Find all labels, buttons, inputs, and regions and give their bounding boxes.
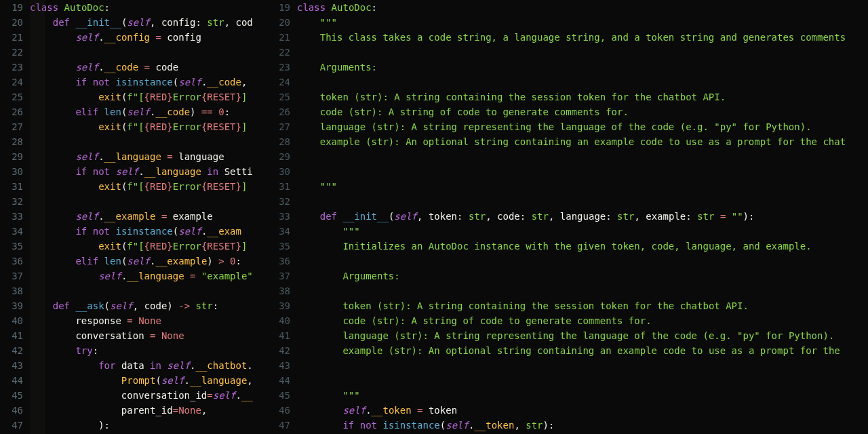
code-token: elif <box>75 256 98 267</box>
code-line-left[interactable]: conversation = None <box>30 328 271 343</box>
code-line-right[interactable]: class AutoDoc: <box>297 0 868 15</box>
code-token <box>30 62 75 73</box>
code-line-right[interactable]: """ <box>297 388 868 403</box>
code-line-right[interactable]: self.__token = token <box>297 403 868 418</box>
code-line-right[interactable]: Arguments: <box>297 60 868 75</box>
code-line-left[interactable]: def __ask(self, code) -> str: <box>30 298 271 313</box>
code-line-right[interactable]: Arguments: <box>297 269 868 283</box>
code-line-left[interactable]: self.__example = example <box>30 209 271 224</box>
code-line-left[interactable]: elif len(self.__example) > 0: <box>30 254 271 269</box>
code-line-left[interactable]: conversation_id=self.__ <box>30 388 271 403</box>
code-line-right[interactable]: token (str): A string containing the ses… <box>297 90 868 104</box>
code-line-right[interactable]: if not isinstance(self.__token, str): <box>297 418 868 433</box>
code-token: {RED} <box>144 241 173 252</box>
code-token <box>98 106 104 117</box>
code-token: , <box>514 420 526 431</box>
code-token: Prompt <box>121 375 156 386</box>
code-line-right[interactable]: language (str): A string representing th… <box>297 328 868 343</box>
code-token <box>297 92 320 102</box>
right-code-area[interactable]: class AutoDoc: """ This class takes a co… <box>294 0 868 434</box>
code-line-left[interactable] <box>30 134 271 149</box>
code-token: . <box>184 375 190 386</box>
line-number: 44 <box>0 373 23 388</box>
code-line-right[interactable] <box>297 194 868 209</box>
code-line-right[interactable]: code (str): A string of code to generate… <box>297 104 868 119</box>
code-line-left[interactable]: Prompt(self.__language, <box>30 373 271 388</box>
code-line-left[interactable]: self.__config = config <box>30 30 271 45</box>
code-line-right[interactable] <box>297 283 868 298</box>
code-token: __code <box>104 62 139 73</box>
code-line-left[interactable]: exit(f"[{RED}Error{RESET}] <box>30 90 271 104</box>
left-editor-pane[interactable]: 1920212223242526272829303132333435363738… <box>0 0 271 434</box>
line-number: 21 <box>0 30 23 45</box>
line-number: 36 <box>271 254 290 269</box>
code-line-left[interactable]: parent_id=None, <box>30 403 271 418</box>
code-token: ): <box>743 211 755 222</box>
code-line-right[interactable]: """ <box>297 15 868 30</box>
code-token: str <box>207 17 224 28</box>
code-line-right[interactable]: """ <box>297 224 868 239</box>
code-line-left[interactable] <box>30 283 271 298</box>
line-number: 23 <box>271 60 290 75</box>
code-line-right[interactable] <box>297 164 868 179</box>
line-number: 33 <box>0 209 23 224</box>
code-line-left[interactable]: if not isinstance(self.__exam <box>30 224 271 239</box>
code-token <box>297 181 320 192</box>
code-line-left[interactable]: if not isinstance(self.__code, <box>30 75 271 90</box>
code-line-left[interactable]: exit(f"[{RED}Error{RESET}] <box>30 119 271 134</box>
code-line-right[interactable]: language (str): A string representing th… <box>297 119 868 134</box>
code-token: self <box>178 226 201 237</box>
code-token: -> <box>178 300 190 311</box>
code-line-right[interactable] <box>297 45 868 60</box>
code-token: in <box>150 360 161 371</box>
code-line-right[interactable] <box>297 149 868 164</box>
code-line-left[interactable]: response = None <box>30 313 271 328</box>
code-token <box>87 166 92 177</box>
line-number: 35 <box>271 239 290 254</box>
code-token: ) <box>98 420 104 431</box>
code-token <box>412 405 417 416</box>
code-token: . <box>235 390 241 401</box>
line-number: 19 <box>0 0 23 15</box>
code-line-right[interactable]: def __init__(self, token: str, code: str… <box>297 209 868 224</box>
code-token: str <box>469 211 486 222</box>
code-line-right[interactable]: token (str): A string containing the ses… <box>297 298 868 313</box>
left-code-area[interactable]: class AutoDoc: def __init__(self, config… <box>27 0 271 434</box>
code-line-right[interactable] <box>297 373 868 388</box>
code-line-left[interactable]: self.__language = language <box>30 149 271 164</box>
code-line-right[interactable]: code (str): A string of code to generate… <box>297 313 868 328</box>
code-token: : <box>372 2 377 13</box>
code-line-right[interactable] <box>297 254 868 269</box>
code-line-right[interactable]: """ <box>297 179 868 194</box>
code-line-left[interactable]: for data in self.__chatbot. <box>30 358 271 373</box>
code-line-right[interactable]: Initializes an AutoDoc instance with the… <box>297 239 868 254</box>
line-number: 40 <box>0 313 23 328</box>
code-token: conversation <box>75 330 144 341</box>
code-line-left[interactable]: if not self.__language in Setti <box>30 164 271 179</box>
code-line-left[interactable]: try: <box>30 343 271 358</box>
code-line-left[interactable]: exit(f"[{RED}Error{RESET}] <box>30 239 271 254</box>
code-line-left[interactable] <box>30 45 271 60</box>
code-line-left[interactable]: ): <box>30 418 271 433</box>
code-line-left[interactable]: exit(f"[{RED}Error{RESET}] <box>30 179 271 194</box>
code-token <box>297 271 342 281</box>
code-line-right[interactable]: example (str): An optional string contai… <box>297 134 868 149</box>
code-line-right[interactable]: example (str): An optional string contai… <box>297 343 868 358</box>
code-token <box>297 330 342 341</box>
code-line-left[interactable] <box>30 194 271 209</box>
code-line-right[interactable] <box>297 75 868 90</box>
code-line-left[interactable]: self.__code = code <box>30 60 271 75</box>
code-line-left[interactable]: elif len(self.__code) == 0: <box>30 104 271 119</box>
code-line-right[interactable] <box>297 358 868 373</box>
code-line-left[interactable]: self.__language = "example" <box>30 269 271 283</box>
code-token <box>30 106 75 117</box>
code-line-right[interactable]: This class takes a code string, a langua… <box>297 30 868 45</box>
code-line-left[interactable]: def __init__(self, config: str, cod <box>30 15 271 30</box>
code-token: not <box>93 77 110 87</box>
line-number: 38 <box>0 283 23 298</box>
line-number: 22 <box>0 45 23 60</box>
right-editor-pane[interactable]: 1920212223242526272829303132333435363738… <box>271 0 868 434</box>
code-token: ) <box>207 256 218 267</box>
editor-split-view: 1920212223242526272829303132333435363738… <box>0 0 868 434</box>
code-line-left[interactable]: class AutoDoc: <box>30 0 271 15</box>
